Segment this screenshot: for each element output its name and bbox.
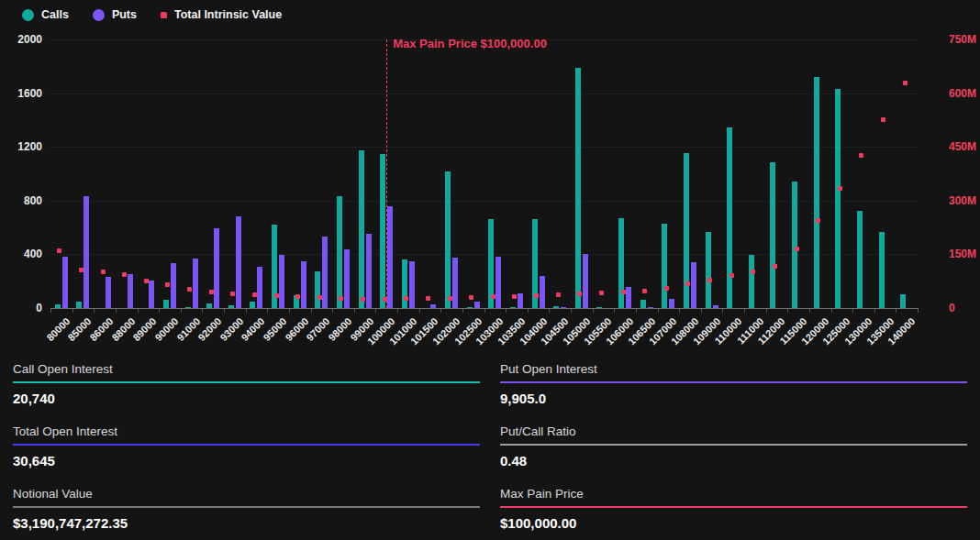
total-intrinsic-value-dot[interactable]: [187, 287, 192, 292]
total-intrinsic-value-dot[interactable]: [664, 286, 669, 291]
calls-bar[interactable]: [662, 224, 667, 308]
total-intrinsic-value-dot[interactable]: [751, 270, 755, 274]
y-axis-label-left: 1200: [0, 140, 42, 153]
calls-bar[interactable]: [618, 218, 624, 308]
max-pain-chart[interactable]: Max Pain Price $100,000.00 00400150M8003…: [0, 0, 980, 350]
calls-bar[interactable]: [879, 232, 885, 309]
calls-bar[interactable]: [749, 255, 754, 308]
total-intrinsic-value-dot[interactable]: [209, 290, 214, 294]
puts-bar[interactable]: [62, 257, 68, 308]
calls-bar[interactable]: [250, 302, 255, 308]
calls-bar[interactable]: [337, 196, 342, 308]
puts-bar[interactable]: [128, 274, 133, 308]
total-intrinsic-value-dot[interactable]: [122, 272, 127, 277]
total-intrinsic-value-dot[interactable]: [165, 282, 170, 287]
total-intrinsic-value-dot[interactable]: [317, 295, 322, 300]
puts-bar[interactable]: [669, 299, 674, 308]
total-intrinsic-value-dot[interactable]: [707, 278, 712, 282]
total-intrinsic-value-dot[interactable]: [685, 281, 690, 286]
puts-bar[interactable]: [193, 259, 198, 308]
puts-bar[interactable]: [583, 254, 588, 308]
total-intrinsic-value-dot[interactable]: [295, 294, 300, 299]
total-intrinsic-value-dot[interactable]: [491, 294, 496, 299]
total-intrinsic-value-dot[interactable]: [556, 292, 561, 297]
y-axis-label-right: 300M: [949, 194, 980, 207]
puts-bar[interactable]: [84, 196, 89, 308]
x-axis-tick: [419, 309, 420, 313]
x-axis-tick: [593, 309, 594, 313]
total-intrinsic-value-dot[interactable]: [274, 293, 279, 298]
total-intrinsic-value-dot[interactable]: [361, 297, 365, 302]
puts-bar[interactable]: [301, 261, 306, 308]
total-intrinsic-value-dot[interactable]: [448, 296, 452, 301]
total-intrinsic-value-dot[interactable]: [903, 81, 908, 85]
total-intrinsic-value-dot[interactable]: [101, 270, 106, 274]
x-axis-tick: [397, 309, 398, 313]
calls-bar[interactable]: [359, 150, 364, 308]
puts-bar[interactable]: [540, 276, 545, 308]
total-intrinsic-value-dot[interactable]: [816, 218, 820, 223]
total-intrinsic-value-dot[interactable]: [404, 296, 408, 301]
puts-bar[interactable]: [387, 206, 393, 308]
total-intrinsic-value-dot[interactable]: [534, 293, 539, 298]
puts-bar[interactable]: [626, 287, 631, 308]
calls-bar[interactable]: [163, 300, 169, 308]
calls-bar[interactable]: [900, 294, 906, 308]
total-intrinsic-value-dot[interactable]: [79, 268, 84, 272]
total-intrinsic-value-dot[interactable]: [252, 292, 257, 297]
total-intrinsic-value-dot[interactable]: [599, 291, 604, 295]
calls-bar[interactable]: [792, 182, 797, 308]
total-intrinsic-value-dot[interactable]: [426, 296, 430, 301]
calls-bar[interactable]: [706, 232, 711, 308]
puts-bar[interactable]: [366, 234, 372, 308]
gridline: [50, 147, 918, 148]
panel-value: 30,645: [13, 446, 480, 468]
calls-bar[interactable]: [402, 259, 407, 308]
calls-bar[interactable]: [770, 162, 775, 308]
panel-value: 0.48: [500, 446, 967, 468]
calls-bar[interactable]: [640, 300, 646, 308]
calls-bar[interactable]: [445, 171, 451, 308]
puts-bar[interactable]: [257, 267, 262, 308]
puts-bar[interactable]: [322, 237, 328, 308]
calls-bar[interactable]: [315, 271, 320, 308]
calls-bar[interactable]: [727, 127, 732, 308]
calls-bar[interactable]: [814, 77, 819, 308]
calls-bar[interactable]: [76, 302, 82, 308]
total-intrinsic-value-dot[interactable]: [642, 289, 647, 293]
total-intrinsic-value-dot[interactable]: [881, 117, 885, 122]
total-intrinsic-value-dot[interactable]: [859, 153, 863, 158]
calls-bar[interactable]: [575, 68, 581, 308]
total-intrinsic-value-dot[interactable]: [773, 264, 777, 269]
puts-bar[interactable]: [279, 255, 284, 308]
total-intrinsic-value-dot[interactable]: [339, 296, 343, 301]
calls-bar[interactable]: [835, 89, 841, 308]
x-axis-tick: [94, 309, 95, 313]
panel-label: Put/Call Ratio: [500, 424, 967, 444]
puts-bar[interactable]: [452, 258, 458, 308]
total-intrinsic-value-dot[interactable]: [469, 295, 473, 300]
calls-bar[interactable]: [380, 154, 385, 308]
puts-bar[interactable]: [409, 261, 415, 308]
puts-bar[interactable]: [171, 263, 176, 308]
puts-bar[interactable]: [344, 249, 350, 308]
puts-bar[interactable]: [149, 281, 154, 308]
total-intrinsic-value-dot[interactable]: [230, 292, 235, 296]
puts-bar[interactable]: [496, 257, 501, 308]
puts-bar[interactable]: [474, 302, 480, 308]
puts-bar[interactable]: [214, 228, 219, 308]
total-intrinsic-value-dot[interactable]: [57, 248, 61, 253]
total-intrinsic-value-dot[interactable]: [512, 294, 517, 299]
x-axis-tick: [831, 309, 832, 313]
puts-bar[interactable]: [518, 293, 523, 308]
puts-bar[interactable]: [106, 277, 111, 308]
calls-bar[interactable]: [857, 211, 863, 308]
total-intrinsic-value-dot[interactable]: [729, 273, 734, 278]
total-intrinsic-value-dot[interactable]: [838, 186, 842, 191]
total-intrinsic-value-dot[interactable]: [577, 292, 582, 296]
puts-bar[interactable]: [236, 216, 241, 308]
total-intrinsic-value-dot[interactable]: [795, 247, 799, 251]
total-intrinsic-value-dot[interactable]: [621, 290, 626, 294]
puts-bar[interactable]: [691, 262, 696, 308]
total-intrinsic-value-dot[interactable]: [144, 279, 149, 283]
